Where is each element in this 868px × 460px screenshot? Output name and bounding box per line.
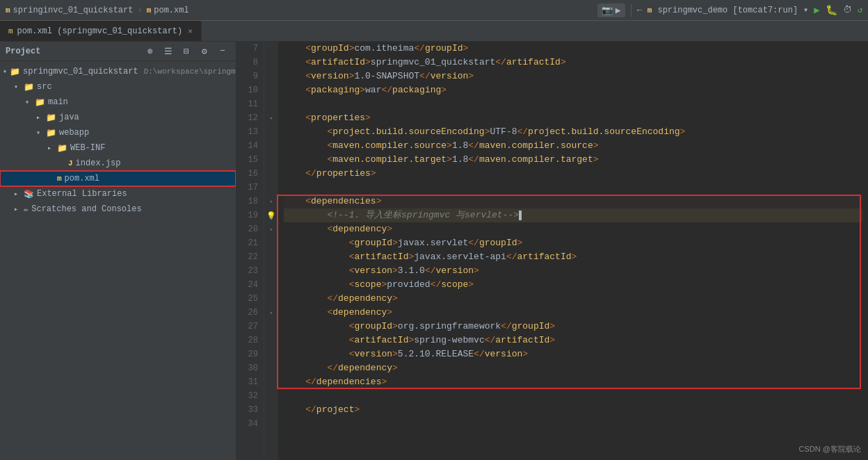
run-config-icon: m — [648, 6, 652, 15]
fold-arrow-18[interactable]: ▾ — [269, 198, 273, 206]
sidebar-title: Project — [6, 47, 40, 56]
sidebar-item-root[interactable]: ▾ 📁 springmvc_01_quickstart D:\workspace… — [0, 64, 236, 79]
ln-31: 31 — [239, 375, 258, 389]
fold-arrow-12[interactable]: ▾ — [269, 115, 273, 122]
code-line-11 — [284, 97, 862, 111]
gc-19: 💡 — [264, 208, 278, 222]
tab-label: pom.xml (springmvc_01_quickstart) — [17, 26, 183, 36]
fold-arrow-26[interactable]: ▾ — [269, 309, 273, 317]
tab-close-button[interactable]: ✕ — [188, 26, 193, 35]
sidebar-settings-icon[interactable]: ⚙ — [197, 44, 212, 59]
ln-9: 9 — [239, 69, 258, 83]
play-icon[interactable]: ▶ — [616, 5, 621, 16]
sidebar-item-src[interactable]: ▾ 📁 src — [0, 79, 236, 95]
breadcrumb-file[interactable]: m pom.xml — [147, 6, 189, 15]
ln-25: 25 — [239, 292, 258, 306]
gc-24 — [264, 278, 278, 292]
gc-21 — [264, 236, 278, 250]
code-line-15: <maven.compiler.target>1.8</maven.compil… — [284, 153, 862, 167]
gc-10 — [264, 83, 278, 97]
dropdown-icon[interactable]: ▾ — [803, 5, 808, 15]
sidebar-layout-icon[interactable]: ☰ — [161, 44, 176, 59]
root-label: springmvc_01_quickstart — [23, 67, 138, 76]
main-label: main — [48, 97, 68, 107]
code-line-19: <!--1. 导入坐标springmvc 与servlet--> — [284, 208, 862, 222]
sidebar-item-java[interactable]: ▸ 📁 java — [0, 110, 236, 125]
debug-button[interactable]: 🐛 — [826, 4, 837, 16]
breadcrumb-project[interactable]: m springinvc_01_quickstart — [6, 6, 133, 15]
fold-arrow-20[interactable]: ▾ — [269, 226, 273, 233]
ln-22: 22 — [239, 250, 258, 264]
gc-29 — [264, 347, 278, 361]
code-line-32 — [284, 389, 862, 403]
code-line-16: </properties> — [284, 167, 862, 181]
code-line-34 — [284, 417, 862, 431]
gc-15 — [264, 153, 278, 167]
code-line-22: <artifactId>javax.servlet-api</artifactI… — [284, 250, 862, 264]
ln-12: 12 — [239, 111, 258, 125]
gc-16 — [264, 167, 278, 181]
editor-area: 7 8 9 10 11 12 13 14 15 16 17 18 19 20 2… — [236, 42, 868, 460]
sidebar-item-main[interactable]: ▾ 📁 main — [0, 95, 236, 110]
main-folder-icon: 📁 — [35, 97, 45, 108]
ln-19: 19 — [239, 208, 258, 222]
ln-8: 8 — [239, 56, 258, 69]
gc-20: ▾ — [264, 222, 278, 236]
code-line-29: <version>5.2.10.RELEASE</version> — [284, 347, 862, 361]
sidebar-item-webapp[interactable]: ▾ 📁 webapp — [0, 125, 236, 140]
code-container[interactable]: 7 8 9 10 11 12 13 14 15 16 17 18 19 20 2… — [236, 42, 868, 460]
ln-11: 11 — [239, 97, 258, 111]
code-line-33: </project> — [284, 403, 862, 417]
webapp-folder-icon: 📁 — [46, 128, 56, 138]
refresh-button[interactable]: ↺ — [858, 5, 862, 15]
gc-23 — [264, 264, 278, 278]
arrow-src: ▾ — [14, 83, 21, 91]
code-line-7: <groupId>com.itheima</groupId> — [284, 42, 862, 56]
gc-32 — [264, 389, 278, 403]
ext-libs-icon: 📚 — [24, 189, 34, 199]
sidebar-item-external-libs[interactable]: ▸ 📚 External Libraries — [0, 186, 236, 202]
gc-17 — [264, 181, 278, 195]
run-config-label[interactable]: springmvc_demo [tomcat7:run] — [657, 6, 798, 15]
sidebar-add-icon[interactable]: ⊕ — [143, 44, 158, 59]
gc-18: ▾ — [264, 195, 278, 208]
code-line-9: <version>1.0-SNAPSHOT</version> — [284, 69, 862, 83]
code-line-24: <scope>provided</scope> — [284, 278, 862, 292]
gc-13 — [264, 125, 278, 139]
code-line-18: <dependencies> — [284, 195, 862, 208]
main-layout: Project ⊕ ☰ ⊟ ⚙ − ▾ 📁 springmvc_01_quick… — [0, 42, 868, 460]
jsp-file-icon: J — [68, 159, 73, 167]
ln-33: 33 — [239, 403, 258, 417]
sidebar-hide-icon[interactable]: − — [215, 44, 230, 59]
sidebar-collapse-icon[interactable]: ⊟ — [179, 44, 194, 59]
breadcrumb-file-icon: m — [147, 6, 152, 15]
code-line-28: <artifactId>spring-webmvc</artifactId> — [284, 334, 862, 347]
back-icon[interactable]: ← — [637, 6, 642, 15]
code-line-21: <groupId>javax.servlet</groupId> — [284, 236, 862, 250]
tab-pom-xml[interactable]: m pom.xml (springmvc_01_quickstart) ✕ — [0, 21, 202, 41]
run-button[interactable]: ▶ — [814, 4, 819, 16]
camera-icon[interactable]: 📷 — [602, 5, 613, 16]
ln-30: 30 — [239, 361, 258, 375]
gc-27 — [264, 320, 278, 334]
ln-32: 32 — [239, 389, 258, 403]
sidebar-item-pom-xml[interactable]: m pom.xml — [0, 171, 236, 186]
code-line-8: <artifactId>springmvc_01_quickstart</art… — [284, 56, 862, 69]
sidebar-item-index-jsp[interactable]: J index.jsp — [0, 156, 236, 171]
sidebar-header: Project ⊕ ☰ ⊟ ⚙ − — [0, 42, 236, 61]
arrow-ext-libs: ▸ — [14, 190, 21, 198]
ln-21: 21 — [239, 236, 258, 250]
ln-24: 24 — [239, 278, 258, 292]
sidebar-item-webinf[interactable]: ▸ 📁 WEB-INF — [0, 140, 236, 156]
watermark: CSDN @客院载论 — [799, 444, 861, 454]
gc-14 — [264, 139, 278, 153]
profile-button[interactable]: ⏱ — [843, 5, 852, 15]
gc-26: ▾ — [264, 306, 278, 320]
code-content[interactable]: <groupId>com.itheima</groupId> <artifact… — [278, 42, 868, 460]
sidebar-item-scratches[interactable]: ▸ ✏ Scratches and Consoles — [0, 202, 236, 217]
ln-18: 18 — [239, 195, 258, 208]
top-bar: m springinvc_01_quickstart › m pom.xml 📷… — [0, 0, 868, 21]
breadcrumb-file-label: pom.xml — [154, 6, 188, 15]
code-line-23: <version>3.1.0</version> — [284, 264, 862, 278]
ln-20: 20 — [239, 222, 258, 236]
